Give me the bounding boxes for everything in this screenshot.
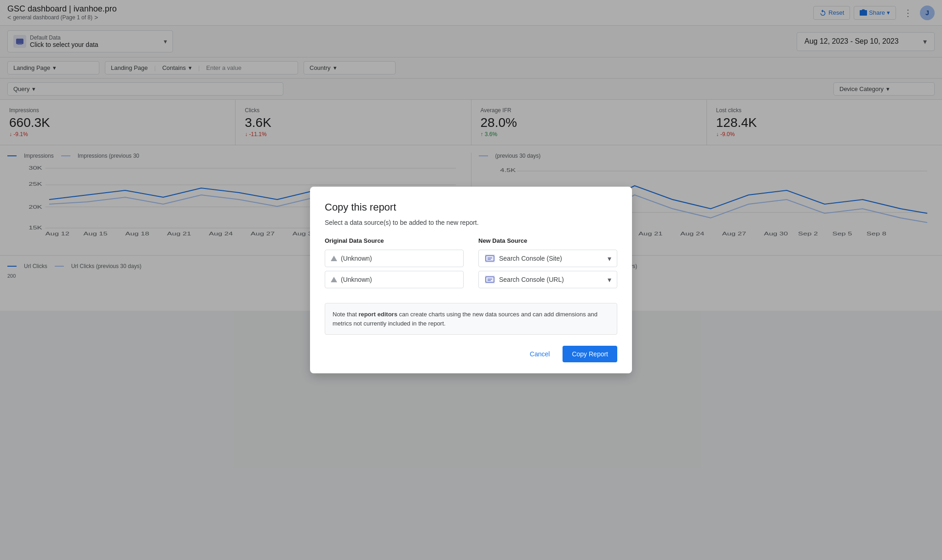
- unknown-source-icon-1: [331, 256, 337, 261]
- modal-columns: Original Data Source (Unknown) (Unknown)…: [325, 237, 617, 292]
- gsc-url-icon-svg: [485, 275, 495, 284]
- new-source-2-dropdown-icon[interactable]: ▾: [608, 275, 611, 284]
- new-source-row-1[interactable]: Search Console (Site) ▾: [478, 250, 617, 267]
- new-source-1-dropdown-icon[interactable]: ▾: [608, 254, 611, 263]
- original-source-row-2: (Unknown): [325, 271, 464, 288]
- gsc-site-icon-svg: [485, 254, 495, 263]
- original-source-header: Original Data Source: [325, 237, 464, 244]
- modal-overlay: Copy this report Select a data source(s)…: [0, 0, 942, 311]
- original-source-2-label: (Unknown): [341, 276, 372, 283]
- unknown-source-icon-2: [331, 277, 337, 282]
- copy-report-modal: Copy this report Select a data source(s)…: [310, 187, 632, 311]
- search-console-site-icon: [484, 254, 495, 263]
- new-source-2-label: Search Console (URL): [499, 276, 604, 283]
- modal-title: Copy this report: [325, 201, 617, 213]
- new-source-header: New Data Source: [478, 237, 617, 244]
- modal-col-divider: [464, 237, 478, 292]
- original-source-row-1: (Unknown): [325, 250, 464, 267]
- new-source-col: New Data Source Search Console (Site) ▾: [478, 237, 617, 292]
- original-source-col: Original Data Source (Unknown) (Unknown): [325, 237, 464, 292]
- modal-subtitle: Select a data source(s) to be added to t…: [325, 219, 617, 226]
- original-source-1-label: (Unknown): [341, 255, 372, 262]
- new-source-row-2[interactable]: Search Console (URL) ▾: [478, 271, 617, 288]
- new-source-1-label: Search Console (Site): [499, 255, 604, 262]
- search-console-url-icon: [484, 275, 495, 284]
- modal-note: Note that report editors can create char…: [325, 303, 617, 311]
